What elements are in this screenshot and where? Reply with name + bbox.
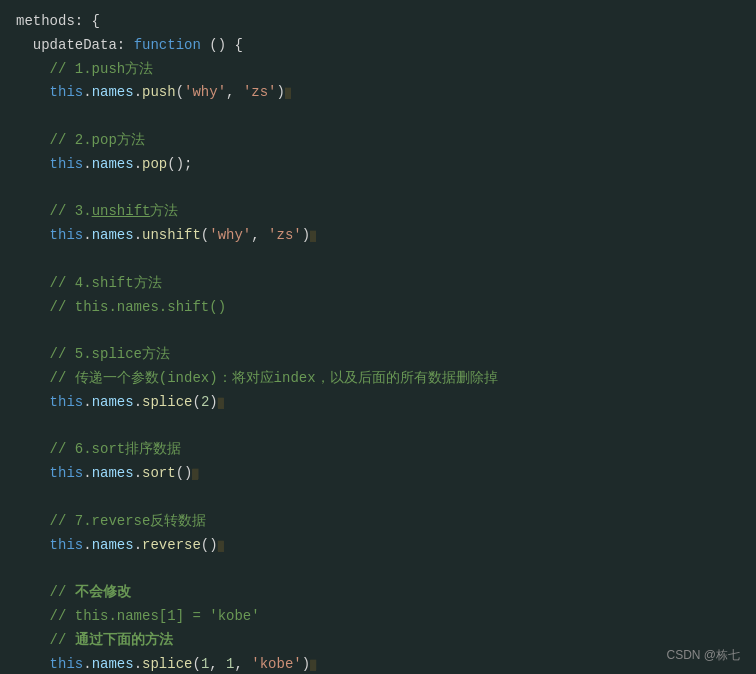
code-line xyxy=(16,415,740,439)
code-block: methods: { updateData: function () { // … xyxy=(0,0,756,674)
code-line: // 1.push方法 xyxy=(16,58,740,82)
code-line xyxy=(16,105,740,129)
code-line: // 7.reverse反转数据 xyxy=(16,510,740,534)
code-line xyxy=(16,177,740,201)
watermark: CSDN @栋七 xyxy=(666,647,740,664)
code-line xyxy=(16,248,740,272)
code-line: // 6.sort排序数据 xyxy=(16,438,740,462)
code-line: // 通过下面的方法 xyxy=(16,629,740,653)
code-line xyxy=(16,319,740,343)
code-line: updateData: function () { xyxy=(16,34,740,58)
code-line xyxy=(16,557,740,581)
code-line: // 不会修改 xyxy=(16,581,740,605)
code-line xyxy=(16,486,740,510)
code-line: this.names.unshift('why', 'zs')█ xyxy=(16,224,740,248)
code-line: this.names.reverse()█ xyxy=(16,534,740,558)
code-line: this.names.splice(2)█ xyxy=(16,391,740,415)
code-line: // 2.pop方法 xyxy=(16,129,740,153)
code-line: this.names.push('why', 'zs')█ xyxy=(16,81,740,105)
code-line: this.names.sort()█ xyxy=(16,462,740,486)
code-line: this.names.pop(); xyxy=(16,153,740,177)
code-line: // 传递一个参数(index)：将对应index，以及后面的所有数据删除掉 xyxy=(16,367,740,391)
code-line: methods: { xyxy=(16,10,740,34)
code-line: this.names.splice(1, 1, 'kobe')█ xyxy=(16,653,740,674)
code-line: // this.names.shift() xyxy=(16,296,740,320)
code-line: // this.names[1] = 'kobe' xyxy=(16,605,740,629)
code-line: // 5.splice方法 xyxy=(16,343,740,367)
code-line: // 3.unshift方法 xyxy=(16,200,740,224)
code-line: // 4.shift方法 xyxy=(16,272,740,296)
